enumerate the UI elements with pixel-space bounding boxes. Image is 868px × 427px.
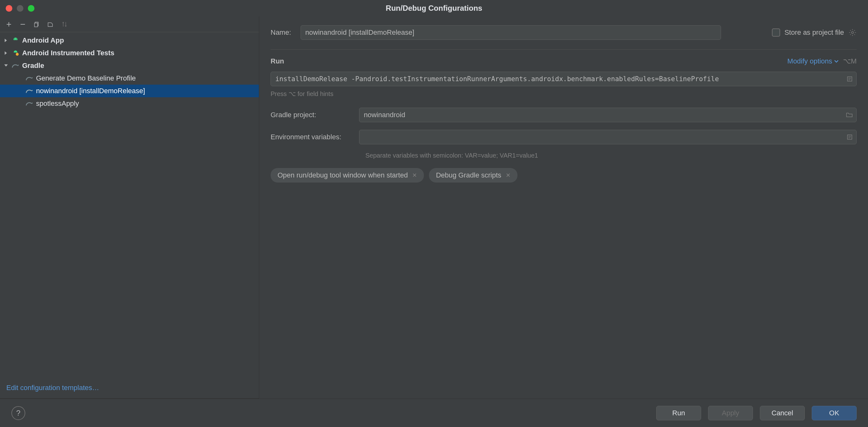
tasks-input[interactable] — [271, 72, 857, 86]
gradle-icon — [25, 74, 33, 83]
tree-item-spotless[interactable]: spotlessApply — [0, 97, 259, 110]
edit-templates-link[interactable]: Edit configuration templates… — [0, 377, 259, 399]
minimize-window-icon — [17, 5, 23, 12]
svg-point-2 — [14, 39, 15, 39]
svg-point-5 — [851, 32, 854, 34]
dialog-window: Run/Debug Configurations — [0, 0, 868, 427]
help-button[interactable]: ? — [11, 406, 25, 420]
remove-config-button[interactable] — [18, 20, 27, 29]
chip-label: Open run/debug tool window when started — [278, 171, 408, 179]
option-chips: Open run/debug tool window when started … — [271, 168, 857, 183]
name-label: Name: — [271, 28, 291, 37]
close-icon[interactable]: ✕ — [412, 172, 417, 179]
gradle-project-label: Gradle project: — [271, 111, 359, 119]
close-window-icon[interactable] — [6, 5, 12, 12]
gradle-icon — [25, 99, 33, 108]
folder-picker-icon[interactable] — [846, 112, 853, 118]
divider — [271, 49, 857, 50]
chip-debug-gradle[interactable]: Debug Gradle scripts ✕ — [429, 168, 518, 183]
svg-point-3 — [16, 39, 17, 39]
tree-group-android-tests[interactable]: Android Instrumented Tests — [0, 47, 259, 59]
expand-field-icon[interactable] — [846, 134, 853, 140]
modify-shortcut: ⌥M — [843, 57, 857, 65]
tree-group-gradle[interactable]: Gradle — [0, 59, 259, 72]
move-config-button — [60, 20, 69, 29]
modify-options-link[interactable]: Modify options — [787, 57, 839, 65]
chevron-down-icon — [3, 63, 9, 69]
env-vars-label: Environment variables: — [271, 133, 359, 141]
close-icon[interactable]: ✕ — [506, 172, 510, 179]
tree-group-android-app[interactable]: Android App — [0, 34, 259, 47]
config-tree[interactable]: Android App Android Instrumented Tests — [0, 32, 259, 377]
android-icon — [11, 36, 20, 44]
gradle-project-input[interactable] — [359, 108, 857, 122]
android-test-icon — [11, 49, 20, 57]
chevron-right-icon — [3, 38, 9, 43]
save-config-button[interactable] — [46, 20, 55, 29]
gradle-icon — [11, 62, 20, 70]
field-hints-text: Press ⌥ for field hints — [271, 90, 857, 98]
chip-label: Debug Gradle scripts — [436, 171, 501, 179]
run-section-title: Run — [271, 57, 284, 65]
titlebar: Run/Debug Configurations — [0, 0, 868, 17]
svg-rect-1 — [34, 23, 38, 27]
env-hint-text: Separate variables with semicolon: VAR=v… — [359, 152, 857, 159]
tree-item-label: Generate Demo Baseline Profile — [36, 74, 136, 83]
tree-group-label: Gradle — [22, 62, 44, 70]
chevron-right-icon — [3, 50, 9, 56]
svg-point-4 — [16, 53, 19, 56]
tree-group-label: Android Instrumented Tests — [22, 49, 115, 57]
add-config-button[interactable] — [4, 20, 13, 29]
dialog-footer: ? Run Apply Cancel OK — [0, 399, 868, 427]
expand-field-icon[interactable] — [846, 76, 853, 82]
apply-button: Apply — [708, 406, 753, 420]
config-form: Name: Store as project file Run — [259, 17, 868, 399]
tree-item-label: spotlessApply — [36, 99, 79, 108]
config-sidebar: Android App Android Instrumented Tests — [0, 17, 259, 399]
window-title: Run/Debug Configurations — [0, 4, 868, 13]
copy-config-button[interactable] — [32, 20, 41, 29]
chip-open-tool-window[interactable]: Open run/debug tool window when started … — [271, 168, 424, 183]
tree-item-label: nowinandroid [installDemoRelease] — [36, 87, 145, 95]
sidebar-toolbar — [0, 17, 259, 32]
cancel-button[interactable]: Cancel — [760, 406, 805, 420]
name-input[interactable] — [301, 25, 721, 40]
gradle-icon — [25, 87, 33, 95]
run-button[interactable]: Run — [656, 406, 701, 420]
env-vars-input[interactable] — [359, 130, 857, 144]
zoom-window-icon[interactable] — [28, 5, 34, 12]
tree-item-install-demo[interactable]: nowinandroid [installDemoRelease] — [0, 85, 259, 97]
traffic-lights — [0, 5, 34, 12]
tree-group-label: Android App — [22, 36, 64, 44]
store-checkbox[interactable] — [772, 28, 780, 37]
store-label: Store as project file — [784, 28, 844, 37]
gear-icon[interactable] — [848, 28, 857, 37]
tree-item-baseline[interactable]: Generate Demo Baseline Profile — [0, 72, 259, 85]
ok-button[interactable]: OK — [812, 406, 857, 420]
